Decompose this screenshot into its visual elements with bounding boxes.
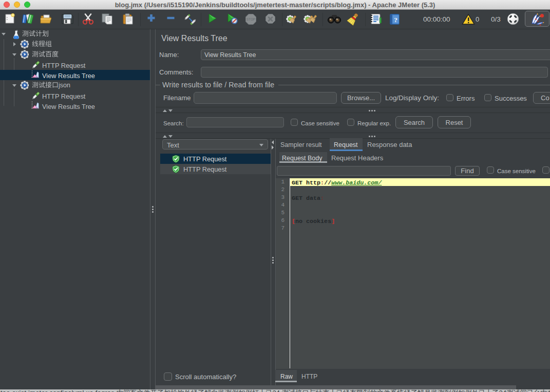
svg-text:?: ?: [394, 16, 397, 24]
svg-text:STOP: STOP: [246, 17, 256, 21]
